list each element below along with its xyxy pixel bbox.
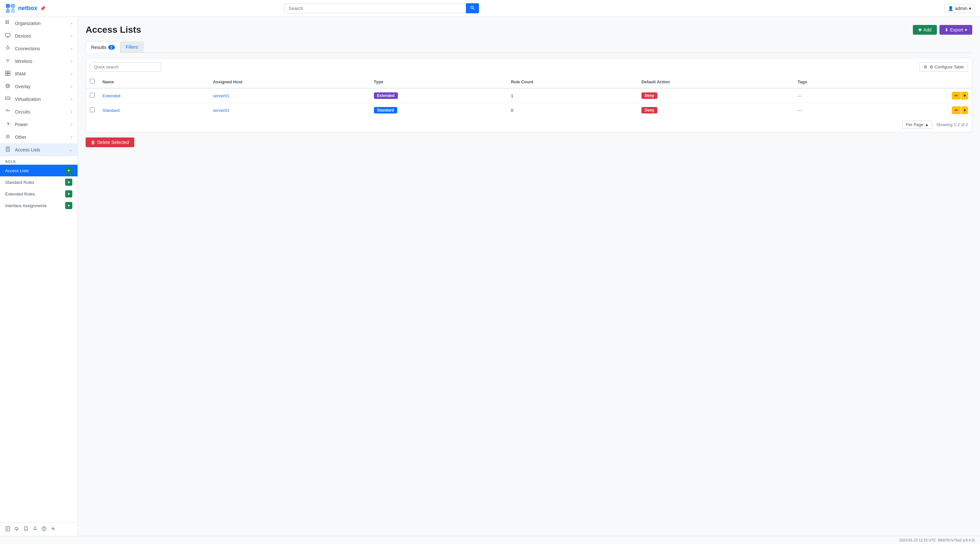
export-label: Export — [950, 27, 963, 32]
per-page-arrow: ▲ — [925, 122, 929, 127]
docs-icon[interactable] — [5, 526, 10, 533]
select-all-checkbox[interactable] — [90, 79, 95, 84]
search-button[interactable] — [466, 3, 479, 13]
extended-rules-add-button[interactable]: + — [65, 190, 72, 197]
quick-search-input[interactable] — [90, 62, 161, 72]
sidebar-item-overlay[interactable]: Overlay › — [0, 80, 78, 93]
power-label: Power — [15, 122, 28, 127]
svg-point-22 — [7, 85, 9, 87]
col-assigned-host: Assigned Host — [209, 76, 370, 88]
export-button[interactable]: ⬇ Export ▾ — [939, 25, 972, 35]
dropdown-button-standard[interactable]: ▾ — [961, 107, 968, 114]
sidebar-item-ipam[interactable]: IPAM › — [0, 67, 78, 80]
access-lists-add-button[interactable]: + — [65, 167, 72, 174]
status-version: 89937b7e75e2 (v3.4.3) — [938, 538, 975, 542]
bookmark-icon[interactable] — [23, 526, 29, 533]
add-icon: ✚ — [918, 27, 922, 32]
connections-icon — [5, 45, 12, 52]
page-header: Access Lists ✚ Add ⬇ Export ▾ — [86, 25, 972, 35]
row-default-action-standard: Deny — [641, 107, 657, 113]
devices-arrow: › — [71, 34, 72, 38]
sidebar-item-power[interactable]: Power › — [0, 118, 78, 130]
circuits-label: Circuits — [15, 109, 30, 115]
netbox-logo-icon — [5, 3, 16, 14]
tab-results-label: Results — [91, 45, 107, 50]
configure-table-button[interactable]: ⚙ ⚙ Configure Table — [920, 62, 968, 72]
svg-point-21 — [6, 84, 10, 88]
tab-filters[interactable]: Filters — [120, 41, 144, 52]
col-tags: Tags — [794, 76, 868, 88]
sidebar-item-standard-rules[interactable]: Standard Rules + — [0, 177, 78, 188]
row-name-standard[interactable]: Standard — [102, 108, 120, 113]
slack-icon[interactable] — [51, 526, 56, 533]
add-button[interactable]: ✚ Add — [913, 25, 937, 35]
sidebar-item-extended-rules[interactable]: Extended Rules + — [0, 188, 78, 200]
interface-assignments-label: Interface Assignments — [5, 203, 47, 208]
svg-rect-1 — [11, 4, 15, 8]
delete-label: Delete Selected — [97, 140, 129, 145]
virtualization-arrow: › — [71, 97, 72, 102]
delete-selected-button[interactable]: 🗑 Delete Selected — [86, 137, 134, 147]
tab-results-badge: 2 — [108, 45, 115, 49]
svg-rect-9 — [5, 21, 7, 22]
github-icon[interactable] — [41, 526, 47, 533]
sidebar-item-access-lists-parent[interactable]: Access Lists ⌄ — [0, 143, 78, 156]
sidebar-item-virtualization[interactable]: Virtualization › — [0, 93, 78, 105]
tab-filters-label: Filters — [126, 45, 138, 49]
svg-rect-13 — [5, 33, 10, 37]
svg-rect-19 — [5, 73, 8, 76]
edit-button-standard[interactable]: ✏ — [952, 107, 961, 114]
svg-rect-17 — [5, 71, 8, 73]
dropdown-button-extended[interactable]: ▾ — [961, 92, 968, 100]
access-lists-parent-arrow: ⌄ — [69, 148, 72, 152]
sidebar-item-other[interactable]: Other › — [0, 130, 78, 143]
sidebar-item-interface-assignments[interactable]: Interface Assignments + — [0, 200, 78, 212]
cloud-icon[interactable] — [14, 526, 19, 533]
ipam-label: IPAM — [15, 71, 25, 76]
row-host-standard[interactable]: server01 — [213, 108, 229, 113]
sidebar-item-circuits[interactable]: Circuits › — [0, 105, 78, 118]
svg-point-7 — [471, 6, 474, 9]
sidebar-item-access-lists-sub[interactable]: Access Lists + — [0, 165, 78, 177]
table-body: Extended server01 Extended 1 Deny — ✏ ▾ — [86, 88, 972, 117]
sidebar-item-wireless[interactable]: Wireless › — [0, 55, 78, 67]
wireless-label: Wireless — [15, 59, 32, 64]
standard-rules-add-button[interactable]: + — [65, 179, 72, 186]
table-row: Standard server01 Standard 0 Deny — ✏ ▾ — [86, 103, 972, 118]
ipam-icon — [5, 71, 12, 77]
search-input[interactable] — [285, 3, 466, 13]
edit-button-extended[interactable]: ✏ — [952, 92, 961, 100]
row-checkbox-standard[interactable] — [90, 107, 95, 112]
devices-label: Devices — [15, 33, 31, 38]
svg-rect-10 — [8, 21, 9, 22]
export-dropdown-icon: ▾ — [965, 27, 967, 32]
interface-assignments-add-button[interactable]: + — [65, 202, 72, 209]
wireless-icon — [5, 58, 12, 64]
tabs: Results 2 Filters — [86, 41, 972, 53]
acls-section: ACLS Access Lists + Standard Rules + Ext… — [0, 156, 78, 213]
organization-label: Organization — [15, 21, 41, 26]
overlay-arrow: › — [71, 84, 72, 89]
power-icon — [5, 121, 12, 127]
tab-results[interactable]: Results 2 — [86, 41, 120, 53]
brand-logo[interactable]: netbox 📌 — [5, 3, 45, 14]
sidebar-item-devices[interactable]: Devices › — [0, 30, 78, 42]
col-rule-count: Rule Count — [507, 76, 638, 88]
per-page-button[interactable]: Per Page ▲ — [902, 121, 932, 129]
connections-label: Connections — [15, 46, 40, 51]
user-menu[interactable]: 👤 admin ▾ — [944, 4, 975, 13]
row-name-extended[interactable]: Extended — [102, 93, 120, 98]
svg-rect-18 — [8, 71, 10, 73]
organization-icon — [5, 20, 12, 26]
row-host-extended[interactable]: server01 — [213, 93, 229, 98]
row-checkbox-extended[interactable] — [90, 93, 95, 98]
row-actions-standard: ✏ ▾ — [872, 107, 968, 114]
navbar-right: 👤 admin ▾ — [944, 4, 975, 13]
sidebar-item-connections[interactable]: Connections › — [0, 42, 78, 55]
row-tags-standard: — — [794, 103, 868, 118]
bell-icon[interactable] — [32, 526, 38, 533]
svg-line-8 — [473, 8, 475, 10]
col-name: Name — [99, 76, 209, 88]
sidebar-item-organization[interactable]: Organization › — [0, 17, 78, 30]
row-type-standard: Standard — [374, 107, 397, 113]
